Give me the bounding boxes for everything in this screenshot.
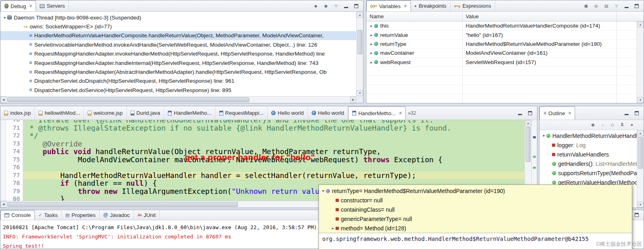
debug-tab-servers[interactable]: Servers (36, 0, 69, 11)
debug-tree-item[interactable]: ≡RequestMappingHandlerAdapter.handleInte… (0, 58, 356, 67)
variable-row[interactable]: ▸webRequestServletWebRequest (id=157) (366, 58, 637, 67)
scroll-thumb[interactable] (526, 127, 531, 162)
scroll-up-icon[interactable]: ▲ (637, 130, 644, 136)
debug-tree-item[interactable]: ≡RequestMappingHandlerAdapter.invokeHand… (0, 49, 356, 58)
hide-fields-icon[interactable]: ◇ (609, 121, 616, 129)
close-icon[interactable]: × (399, 110, 402, 116)
breakpoint-margin[interactable] (0, 140, 6, 148)
expander-icon[interactable]: ▾ (541, 133, 546, 138)
variables-tab-expressions[interactable]: x+yExpressions (451, 0, 495, 11)
pin-icon[interactable]: ◎ (593, 2, 600, 10)
columns-icon[interactable]: ▤ (603, 2, 610, 10)
column-divider[interactable] (462, 21, 463, 103)
code-text[interactable]: HandlerMethodReturnValueHandler handler … (23, 172, 524, 180)
breakpoint-margin[interactable] (0, 172, 6, 180)
column-header-value[interactable]: Value (462, 12, 616, 21)
console-tab-javadoc[interactable]: @Javadoc (100, 210, 134, 220)
code-text[interactable]: @Override (23, 140, 524, 148)
scroll-thumb[interactable] (7, 97, 249, 102)
breakpoint-margin[interactable] (0, 179, 6, 187)
popup-variable-row[interactable]: genericParameterType= null (319, 214, 632, 223)
code-text[interactable]: * @throws IllegalStateException if no su… (23, 124, 524, 132)
debug-horizontal-scrollbar[interactable]: ◀ ▶ (0, 96, 356, 103)
debug-tree-item[interactable]: ≡ServletInvocableHandlerMethod.invokeAnd… (0, 40, 356, 49)
popup-variable-row[interactable]: constructor= null (319, 195, 632, 205)
breakpoint-margin[interactable] (0, 132, 6, 140)
collapse-all-icon[interactable]: ▣ (582, 2, 590, 10)
expander-icon[interactable]: ▾ (2, 15, 7, 20)
scroll-right-icon[interactable]: ▶ (350, 97, 356, 103)
outline-item[interactable]: ▾HandlerMethodReturnValueHandlerComposit… (539, 131, 637, 140)
debug-tree-item[interactable]: ≡DispatcherServlet.doDispatch(HttpServle… (0, 77, 356, 86)
breakpoint-margin[interactable] (0, 195, 6, 201)
editor-tab-handlermetho-2[interactable]: HandlerMetho...× (348, 106, 406, 120)
outline-item[interactable]: returnValueHandlers (539, 150, 637, 159)
expander-icon[interactable]: ▸ (369, 33, 374, 37)
column-divider[interactable] (616, 21, 617, 103)
breakpoint-margin[interactable] (0, 156, 6, 164)
scroll-up-icon[interactable]: ▲ (357, 12, 363, 18)
view-menu-icon[interactable]: ▽ (332, 2, 340, 10)
editor-tab-hello-world-2[interactable]: Hello world (308, 106, 348, 120)
tools-icon[interactable]: ◆ (312, 2, 319, 10)
scroll-thumb[interactable] (638, 137, 643, 169)
focus-icon[interactable]: ◉ (589, 121, 597, 129)
expander-icon[interactable]: ▾ (321, 189, 326, 193)
outline-tab-outline[interactable]: ≡Outline× (539, 106, 575, 120)
minimize-icon[interactable] (516, 109, 524, 117)
tab-overflow-indicator[interactable]: »32 (408, 110, 416, 116)
debug-vertical-scrollbar[interactable]: ▲ ▼ (356, 12, 363, 96)
scroll-thumb[interactable] (357, 30, 362, 54)
code-text[interactable] (23, 163, 524, 172)
hide-static-icon[interactable]: S (618, 121, 626, 129)
debug-tree-item[interactable]: ≡DispatcherServlet.doService(HttpServlet… (0, 86, 356, 94)
minimize-icon[interactable] (342, 2, 350, 10)
console-tab-junit[interactable]: JuJUnit (134, 210, 160, 220)
close-icon[interactable]: × (568, 110, 571, 116)
variable-row[interactable]: ▸thisHandlerMethodReturnValueHandlerComp… (366, 21, 637, 30)
editor-tab-hellowithmod[interactable]: hellowithMod... (35, 106, 84, 120)
scroll-left-icon[interactable]: ◀ (0, 97, 6, 103)
editor-tab-hello-world[interactable]: Hello world (267, 106, 308, 120)
close-icon[interactable]: × (29, 3, 32, 9)
variable-row[interactable]: ▸mavContainerModelAndViewContainer (id=1… (366, 49, 637, 58)
console-tab-console[interactable]: Console (0, 210, 35, 220)
debug-tree-item[interactable]: ≡RequestMappingHandlerAdapter(AbstractHa… (0, 67, 356, 76)
maximize-icon[interactable] (633, 211, 640, 219)
scroll-down-icon[interactable]: ▼ (637, 202, 644, 208)
scroll-left-icon[interactable]: ◀ (0, 201, 6, 208)
occurrence-marker[interactable] (533, 156, 536, 158)
scroll-up-icon[interactable]: ▲ (525, 120, 531, 126)
scroll-up-icon[interactable]: ▲ (637, 21, 644, 28)
debug-tree-item[interactable]: ≡HandlerMethodReturnValueHandlerComposit… (0, 31, 356, 40)
breakpoint-margin[interactable] (0, 187, 6, 195)
editor-tab-handlermetho[interactable]: HandlerMetho... (164, 106, 216, 120)
editor-tab-index-jsp[interactable]: index.jsp (0, 106, 35, 120)
debug-tree-item[interactable]: ↪owns: SocketWrapper<E> (id=77) (0, 22, 356, 31)
maximize-icon[interactable] (353, 2, 360, 10)
scroll-down-icon[interactable]: ▼ (357, 90, 363, 96)
breakpoint-margin[interactable] (0, 163, 6, 172)
variables-tab-variables[interactable]: (x)=Variables× (366, 0, 411, 11)
scroll-down-icon[interactable]: ▼ (637, 97, 644, 103)
maximize-icon[interactable] (633, 2, 640, 10)
occurrence-marker[interactable] (533, 136, 536, 138)
editor-tab-durid-java[interactable]: Durid.java (127, 106, 165, 120)
view-menu-icon[interactable]: ▽ (613, 2, 620, 10)
maximize-icon[interactable] (526, 109, 534, 117)
outline-item[interactable]: logger : Log (539, 140, 637, 150)
breakpoint-margin[interactable] (0, 120, 6, 124)
expander-icon[interactable]: ▸ (330, 226, 336, 230)
expander-icon[interactable]: ▸ (369, 51, 374, 55)
scroll-thumb[interactable] (7, 202, 238, 207)
popup-variable-row[interactable]: containingClass= null (319, 205, 632, 214)
variable-row[interactable]: ▸returnValue"hello" (id=167) (366, 30, 637, 39)
connect-icon[interactable]: ◉ (322, 2, 329, 10)
column-header-name[interactable]: Name (366, 12, 462, 21)
variables-vertical-scrollbar[interactable]: ▲ ▼ (637, 21, 644, 103)
popup-variable-row[interactable]: ▾returnType= HandlerMethod$ReturnValueMe… (319, 186, 632, 195)
popup-variable-row[interactable]: ▸method= Method (id=128) (319, 223, 632, 233)
outline-item[interactable]: getHandlers() : List<HandlerMethodReturn… (539, 159, 637, 168)
close-icon[interactable]: × (404, 3, 407, 9)
occurrence-marker[interactable] (533, 167, 536, 169)
